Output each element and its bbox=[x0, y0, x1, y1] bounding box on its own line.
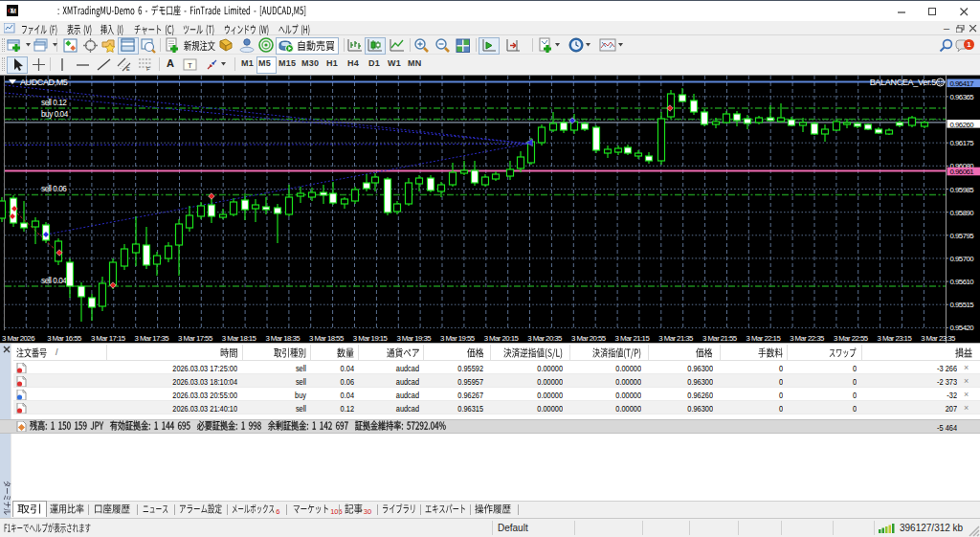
svg-text:3 Mar 17:55: 3 Mar 17:55 bbox=[178, 334, 213, 343]
svg-text:3 Mar 20:15: 3 Mar 20:15 bbox=[484, 334, 520, 343]
svg-text:sell 0.06: sell 0.06 bbox=[41, 185, 67, 193]
svg-text:0.96175: 0.96175 bbox=[950, 139, 975, 147]
svg-text:1: 1 bbox=[967, 40, 971, 49]
svg-text:0.95515: 0.95515 bbox=[950, 301, 975, 309]
svg-text:3 Mar 22:15: 3 Mar 22:15 bbox=[746, 334, 782, 343]
svg-text:0.95890: 0.95890 bbox=[950, 209, 975, 217]
svg-text:3 Mar 2026: 3 Mar 2026 bbox=[2, 334, 34, 343]
svg-text:0.95420: 0.95420 bbox=[950, 324, 975, 332]
svg-text:3 Mar 21:55: 3 Mar 21:55 bbox=[702, 334, 738, 343]
svg-text:3 Mar 17:35: 3 Mar 17:35 bbox=[135, 334, 170, 343]
svg-text:0.95700: 0.95700 bbox=[950, 255, 975, 263]
svg-text:3 Mar 16:55: 3 Mar 16:55 bbox=[47, 334, 82, 343]
svg-text:0.96365: 0.96365 bbox=[950, 93, 975, 101]
svg-text:3 Mar 20:35: 3 Mar 20:35 bbox=[527, 334, 563, 343]
svg-text:3 Mar 19:55: 3 Mar 19:55 bbox=[440, 334, 476, 343]
svg-text:BALANCEA_Ver.5: BALANCEA_Ver.5 bbox=[870, 78, 937, 87]
svg-text:3 Mar 20:55: 3 Mar 20:55 bbox=[571, 334, 607, 343]
svg-text:3 Mar 18:15: 3 Mar 18:15 bbox=[222, 334, 257, 343]
svg-text:3 Mar 18:35: 3 Mar 18:35 bbox=[265, 334, 301, 343]
svg-text:3 Mar 22:35: 3 Mar 22:35 bbox=[790, 334, 825, 343]
svg-text:0.96061: 0.96061 bbox=[950, 168, 974, 176]
svg-text:T: T bbox=[188, 61, 192, 70]
svg-text:0.95795: 0.95795 bbox=[950, 232, 975, 240]
svg-text:0.95985: 0.95985 bbox=[950, 186, 975, 194]
svg-text:3 Mar 23:35: 3 Mar 23:35 bbox=[921, 334, 956, 343]
svg-text:buy 0.04: buy 0.04 bbox=[41, 110, 69, 119]
svg-text:E: E bbox=[126, 66, 130, 72]
svg-text:0.96260: 0.96260 bbox=[950, 121, 975, 129]
svg-text:3 Mar 21:35: 3 Mar 21:35 bbox=[658, 334, 694, 343]
svg-text:0.96417: 0.96417 bbox=[950, 79, 974, 88]
svg-text:3 Mar 19:35: 3 Mar 19:35 bbox=[396, 334, 432, 343]
svg-text:3 Mar 19:15: 3 Mar 19:15 bbox=[353, 334, 389, 343]
svg-text:AUDCAD,M5: AUDCAD,M5 bbox=[20, 78, 68, 87]
svg-text:sell 0.12: sell 0.12 bbox=[41, 99, 67, 107]
svg-text:0.95610: 0.95610 bbox=[950, 278, 975, 286]
svg-text:F: F bbox=[146, 66, 150, 72]
svg-text:3 Mar 21:15: 3 Mar 21:15 bbox=[615, 334, 651, 343]
svg-text:sell 0.04: sell 0.04 bbox=[41, 277, 67, 285]
svg-text:3 Mar 17:15: 3 Mar 17:15 bbox=[91, 334, 126, 343]
svg-text:3 Mar 18:55: 3 Mar 18:55 bbox=[309, 334, 345, 343]
svg-text:3 Mar 23:15: 3 Mar 23:15 bbox=[878, 334, 913, 343]
svg-text:3 Mar 22:55: 3 Mar 22:55 bbox=[834, 334, 869, 343]
